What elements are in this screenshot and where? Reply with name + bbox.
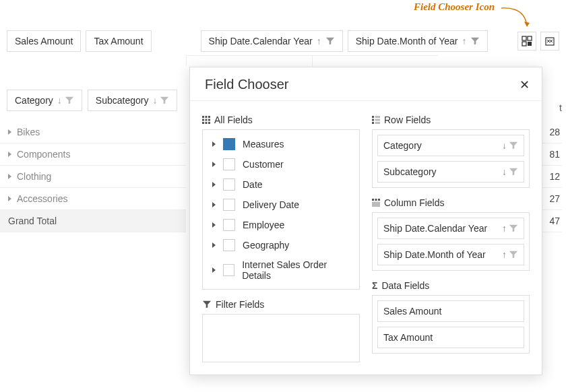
tree-item[interactable]: Customer [203,154,359,174]
svg-rect-18 [375,119,381,121]
field-chip[interactable]: Category ↓ [377,135,524,156]
section-label: Row Fields [384,115,431,125]
data-fields-dropbox[interactable]: Sales Amount Tax Amount [372,295,530,354]
row-label: Clothing [17,171,51,182]
expand-icon [212,202,216,207]
field-chip[interactable]: Sales Amount [377,300,524,322]
filter-icon [325,36,335,46]
expand-icon [212,222,216,228]
filter-icon [509,224,518,233]
filter-fields-header: Filter Fields [202,299,360,310]
checkbox-icon[interactable] [223,158,235,170]
expand-icon [8,196,11,201]
row-header[interactable]: Clothing [0,166,186,188]
svg-rect-12 [206,122,208,124]
checkbox-icon[interactable] [223,219,235,231]
chip-label: Subcategory [96,95,149,106]
svg-rect-5 [202,116,204,118]
tree-item[interactable]: Geography [203,235,359,255]
chip-label: Tax Amount [94,36,143,46]
field-chip[interactable]: Subcategory ↓ [377,161,524,183]
field-chip[interactable]: Tax Amount [377,327,524,348]
row-header[interactable]: Accessories [0,188,186,210]
expand-icon [212,267,216,273]
checkbox-icon[interactable] [223,239,235,251]
chip-label: Subcategory [383,166,437,177]
chip-label: Tax Amount [383,332,433,343]
row-label: Components [17,149,70,160]
filter-icon [509,250,518,259]
tree-item[interactable]: Employee [203,215,359,235]
tree-item[interactable]: Internet Sales Order Details [203,255,359,285]
chip-label: Ship Date.Calendar Year [209,36,313,46]
annotation-arrow [500,5,534,34]
grid-icon [202,116,214,124]
sort-up-icon: ↑ [502,249,507,260]
filter-icon [65,96,74,105]
expand-icon [8,129,11,135]
modal-title: Field Chooser [205,77,289,92]
chip-label: Sales Amount [15,36,73,46]
svg-rect-2 [522,42,526,46]
export-button[interactable] [540,32,559,51]
sort-down-icon: ↓ [502,166,507,177]
filter-fields-dropbox[interactable] [202,314,360,362]
row-fields-dropbox[interactable]: Category ↓ Subcategory ↓ [372,129,530,188]
data-field-chip[interactable]: Tax Amount [86,30,151,52]
row-header[interactable]: Bikes [0,121,186,143]
tree-label: Customer [243,159,284,170]
row-header[interactable]: Components [0,143,186,166]
sort-up-icon: ↑ [317,36,321,46]
row-field-chip[interactable]: Subcategory ↓ [88,90,178,111]
close-icon[interactable]: ✕ [520,77,530,92]
section-label: Filter Fields [216,299,264,310]
field-chip[interactable]: Ship Date.Month of Year ↑ [377,244,524,265]
svg-rect-1 [528,36,532,40]
tree-item[interactable]: Measures [203,134,359,154]
export-icon [544,36,555,46]
data-field-chip[interactable]: Sales Amount [7,30,81,52]
tree-label: Measures [243,139,284,150]
filter-icon [202,300,212,309]
checkbox-icon[interactable] [223,199,235,211]
svg-rect-4 [546,38,554,45]
svg-rect-6 [206,116,208,118]
checkbox-icon[interactable] [223,178,235,191]
chip-label: Ship Date.Month of Year [383,249,486,260]
row-fields-header: Row Fields [372,115,530,125]
truncated-header: t [559,102,562,113]
row-headers: Bikes Components Clothing Accessories Gr… [0,121,186,232]
svg-rect-8 [202,119,204,121]
filter-icon [509,141,518,150]
field-chooser-modal: Field Chooser ✕ All Fields Measures Cust… [189,67,542,375]
all-fields-header: All Fields [202,115,360,125]
checkbox-icon[interactable] [223,138,235,150]
columns-icon [372,199,384,207]
expand-icon [212,242,216,248]
svg-rect-23 [372,202,380,207]
tree-label: Geography [243,240,289,251]
annotation-label: Field Chooser Icon [414,1,495,13]
svg-rect-11 [202,122,204,124]
svg-rect-22 [378,199,380,201]
field-chooser-button[interactable] [517,32,536,51]
svg-rect-9 [206,119,208,121]
field-chip[interactable]: Ship Date.Calendar Year ↑ [377,218,524,239]
modal-header: Field Chooser ✕ [190,67,542,101]
column-field-chip[interactable]: Ship Date.Calendar Year ↑ [201,30,343,52]
column-field-chip[interactable]: Ship Date.Month of Year ↑ [348,30,489,52]
tree-label: Date [243,179,263,190]
svg-rect-21 [375,199,377,201]
tree-item[interactable]: Delivery Date [203,195,359,215]
section-label: Column Fields [384,197,444,208]
all-fields-tree: Measures Customer Date Delivery Date Emp… [202,129,360,290]
svg-rect-19 [375,122,381,124]
checkbox-icon[interactable] [223,264,234,276]
chip-label: Ship Date.Month of Year [356,36,458,46]
column-fields-dropbox[interactable]: Ship Date.Calendar Year ↑ Ship Date.Mont… [372,212,530,271]
row-field-chip[interactable]: Category ↓ [7,90,82,111]
svg-rect-13 [208,122,210,124]
tree-item[interactable]: Date [203,174,359,195]
filter-icon [470,36,480,46]
svg-rect-15 [372,119,374,121]
